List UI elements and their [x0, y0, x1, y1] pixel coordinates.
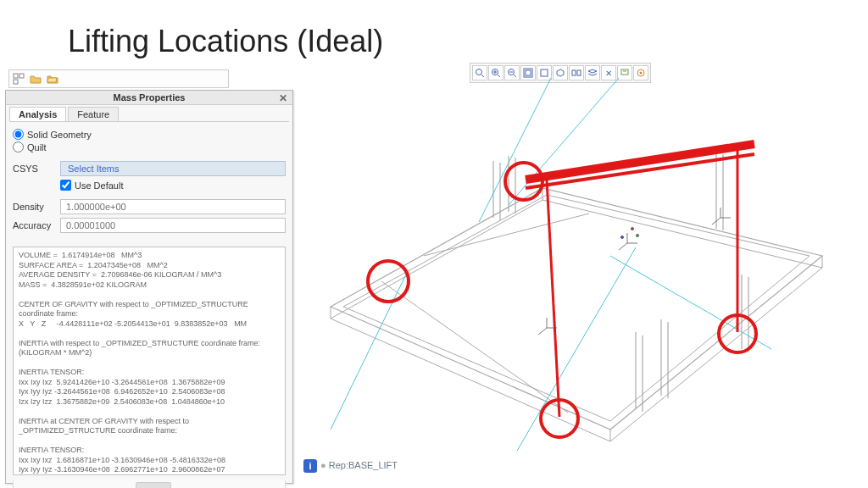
- radio-quilt-label: Quilt: [27, 142, 47, 152]
- svg-line-46: [509, 78, 619, 205]
- svg-point-6: [476, 69, 482, 75]
- svg-line-11: [498, 75, 500, 77]
- folder-open-icon[interactable]: [47, 73, 58, 85]
- density-field[interactable]: 1.000000e+00: [60, 199, 286, 214]
- svg-point-22: [640, 72, 643, 75]
- results-text[interactable]: VOLUME = 1.6174914e+08 MM^3 SURFACE AREA…: [13, 247, 286, 475]
- mass-properties-dialog: Mass Properties ✕ Analysis Feature Solid…: [5, 90, 293, 484]
- svg-rect-20: [621, 69, 628, 75]
- radio-quilt[interactable]: Quilt: [13, 141, 286, 152]
- model-tree-bar: [8, 69, 229, 88]
- radio-solid-label: Solid Geometry: [27, 130, 92, 140]
- svg-line-47: [331, 273, 407, 430]
- use-default-label: Use Default: [75, 180, 123, 191]
- results-scrollbar[interactable]: [13, 480, 286, 488]
- radio-solid-input[interactable]: [13, 129, 24, 140]
- csys-glyph-center: [619, 227, 639, 250]
- accuracy-label: Accuracy: [13, 220, 60, 230]
- slide-title: Lifting Locations (Ideal): [68, 24, 383, 59]
- svg-point-53: [631, 227, 633, 230]
- svg-rect-2: [14, 80, 18, 84]
- use-default-checkbox[interactable]: [60, 180, 71, 191]
- csys-select-items[interactable]: Select Items: [60, 161, 286, 176]
- radio-quilt-input[interactable]: [13, 141, 24, 152]
- close-icon[interactable]: ✕: [279, 92, 287, 104]
- dialog-title-bar: Mass Properties ✕: [6, 91, 292, 105]
- svg-line-52: [619, 243, 627, 250]
- radio-solid-geometry[interactable]: Solid Geometry: [13, 129, 286, 140]
- svg-line-64: [547, 180, 559, 417]
- csys-glyph-right: [712, 208, 731, 225]
- svg-rect-17: [541, 69, 548, 76]
- svg-line-62: [526, 144, 754, 180]
- svg-rect-18: [572, 70, 576, 75]
- model-viewport[interactable]: [297, 78, 865, 468]
- svg-rect-19: [577, 70, 581, 75]
- csys-label: CSYS: [13, 164, 60, 174]
- svg-rect-1: [19, 74, 24, 78]
- base-frame: [331, 152, 822, 441]
- svg-line-31: [381, 281, 568, 413]
- svg-line-49: [610, 256, 771, 349]
- annotation-overlay: [368, 144, 756, 437]
- tab-feature[interactable]: Feature: [68, 107, 119, 121]
- svg-rect-16: [526, 70, 531, 75]
- svg-line-61: [538, 328, 547, 335]
- tree-icon[interactable]: [13, 73, 25, 85]
- density-label: Density: [13, 202, 60, 212]
- svg-marker-25: [343, 195, 810, 421]
- svg-point-55: [620, 236, 623, 238]
- tab-analysis[interactable]: Analysis: [9, 107, 66, 121]
- accuracy-field[interactable]: 0.00001000: [60, 218, 286, 233]
- folder-icon[interactable]: [30, 73, 42, 85]
- svg-line-14: [514, 75, 516, 77]
- tab-strip: Analysis Feature: [9, 107, 289, 122]
- svg-line-7: [481, 75, 484, 77]
- use-default-row[interactable]: Use Default: [60, 180, 286, 191]
- dialog-title: Mass Properties: [114, 92, 186, 103]
- svg-point-54: [636, 234, 638, 236]
- svg-rect-0: [14, 74, 18, 78]
